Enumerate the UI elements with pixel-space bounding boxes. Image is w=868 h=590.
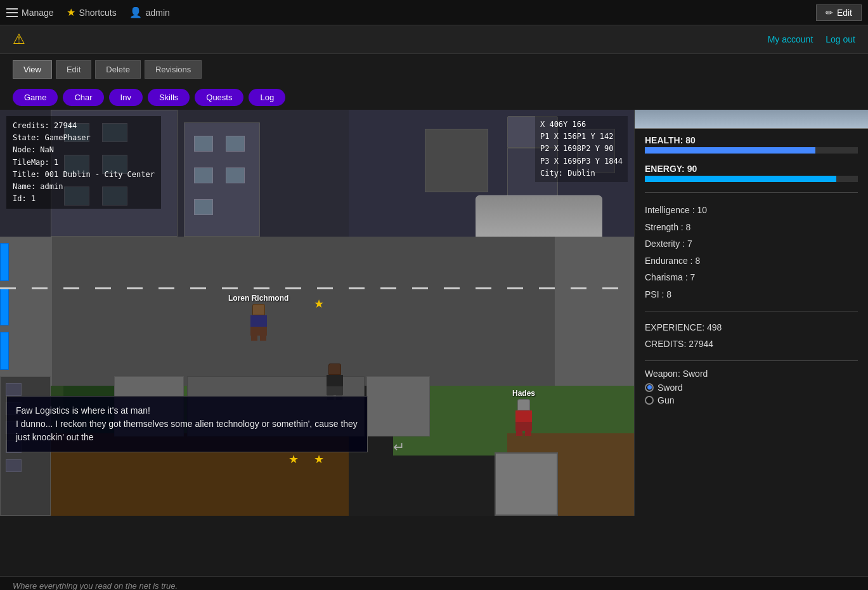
shortcuts-label: Shortcuts <box>79 8 117 18</box>
game-tab-button[interactable]: Game <box>13 89 58 106</box>
manage-label: Manage <box>22 8 54 18</box>
energy-label: ENERGY: 90 <box>645 164 858 174</box>
hud-stats: Credits: 27944 State: GamePhaser Node: N… <box>6 116 161 209</box>
sword-label: Sword <box>657 383 683 393</box>
dexterity-stat: Dexterity : 7 <box>645 235 858 252</box>
pencil-icon: ✏ <box>826 8 833 18</box>
health-bar-1 <box>0 243 9 281</box>
admin-label: admin <box>146 8 170 18</box>
log-out-link[interactable]: Log out <box>826 34 855 44</box>
weapon-sword-option[interactable]: Sword <box>645 383 858 393</box>
health-bar-fill <box>645 147 815 154</box>
hades-label: Hades <box>512 389 535 398</box>
health-section: HEALTH: 80 <box>645 135 858 154</box>
star-icon: ★ <box>67 6 75 18</box>
health-label: HEALTH: 80 <box>645 135 858 145</box>
shortcuts-menu[interactable]: ★ Shortcuts <box>67 6 117 18</box>
character-loren: Loren Richmond <box>228 294 288 341</box>
hud-p2: P2 X 1698P2 Y 90 <box>540 143 623 155</box>
weapon-section: Weapon: Sword Sword Gun <box>645 369 858 405</box>
stone-tile-1 <box>495 452 558 516</box>
edit-action-button[interactable]: Edit <box>56 60 91 79</box>
stone-block-3 <box>366 376 430 436</box>
credits-stat: CREDITS: 27944 <box>645 336 858 353</box>
hud-state: State: GamePhaser <box>13 132 155 144</box>
psi-stat: PSI : 8 <box>645 286 858 303</box>
panel-top-strip <box>635 110 868 129</box>
character-hades: Hades <box>512 389 535 436</box>
admin-menu[interactable]: 👤 admin <box>129 6 170 18</box>
hud-city: City: Dublin <box>540 167 623 180</box>
hamburger-icon <box>6 8 18 17</box>
weapon-gun-option[interactable]: Gun <box>645 395 858 405</box>
sword-radio[interactable] <box>645 383 654 392</box>
hud-id: Id: 1 <box>13 193 155 205</box>
quests-tab-button[interactable]: Quests <box>195 89 243 106</box>
manage-menu[interactable]: Manage <box>6 8 54 18</box>
main-content: Credits: 27944 State: GamePhaser Node: N… <box>0 110 868 576</box>
char-tab-button[interactable]: Char <box>63 89 103 106</box>
actionbar: View Edit Delete Revisions <box>0 54 868 85</box>
game-canvas: Credits: 27944 State: GamePhaser Node: N… <box>0 110 634 516</box>
loren-label: Loren Richmond <box>228 294 288 303</box>
experience-stat: EXPERIENCE: 498 <box>645 319 858 336</box>
health-bar-3 <box>0 332 9 370</box>
dialog-text: Faw Logistics is where it's at man!I dun… <box>16 404 358 444</box>
edit-button[interactable]: ✏ Edit <box>816 4 862 21</box>
strength-stat: Strength : 8 <box>645 219 858 236</box>
road-line <box>0 287 634 289</box>
nav-links: My account Log out <box>768 34 855 44</box>
hud-node: Node: NaN <box>13 144 155 156</box>
gold-star-2: ★ <box>288 452 299 466</box>
view-button[interactable]: View <box>13 60 52 79</box>
exp-credits-section: EXPERIENCE: 498 CREDITS: 27944 <box>645 319 858 353</box>
sidewalk-left <box>0 237 52 389</box>
inv-tab-button[interactable]: Inv <box>109 89 143 106</box>
delete-button[interactable]: Delete <box>95 60 141 79</box>
energy-bar-fill <box>645 176 836 182</box>
hud-p3: P3 X 1696P3 Y 1844 <box>540 155 623 167</box>
health-bar-2 <box>0 287 9 325</box>
log-tab-button[interactable]: Log <box>249 89 285 106</box>
hud-p1: P1 X 156P1 Y 142 <box>540 131 623 143</box>
footer-text: Where everything you read on the net is … <box>13 581 178 590</box>
topbar: Manage ★ Shortcuts 👤 admin ✏ Edit <box>0 0 868 25</box>
divider-3 <box>645 360 858 361</box>
weapon-label: Weapon: Sword <box>645 369 858 379</box>
sidewalk-right <box>555 237 634 386</box>
skills-tab-button[interactable]: Skills <box>148 89 190 106</box>
intelligence-stat: Intelligence : 10 <box>645 202 858 219</box>
enter-icon: ↵ <box>393 439 405 456</box>
endurance-stat: Endurance : 8 <box>645 252 858 270</box>
attributes-list: Intelligence : 10 Strength : 8 Dexterity… <box>645 202 858 303</box>
gamebar: Game Char Inv Skills Quests Log <box>0 85 868 110</box>
gold-star-1: ★ <box>314 297 324 311</box>
gun-radio[interactable] <box>645 396 654 405</box>
footer: Where everything you read on the net is … <box>0 576 868 590</box>
building-2 <box>184 122 260 237</box>
divider-1 <box>645 192 858 193</box>
road-center <box>52 237 555 386</box>
energy-bar-track <box>645 176 858 182</box>
gun-label: Gun <box>657 395 674 405</box>
charisma-stat: Charisma : 7 <box>645 269 858 286</box>
health-bar-track <box>645 147 858 154</box>
hud-name: Name: admin <box>13 181 155 193</box>
right-panel: HEALTH: 80 ENERGY: 90 Intelligence : 10 … <box>634 110 868 516</box>
hud-title: Title: 001 Dublin - City Center <box>13 169 155 181</box>
divider-2 <box>645 311 858 311</box>
dialog-box: Faw Logistics is where it's at man!I dun… <box>6 396 368 452</box>
my-account-link[interactable]: My account <box>768 34 813 44</box>
character-player <box>327 364 343 400</box>
secondnav: ⚠ My account Log out <box>0 25 868 54</box>
game-viewport[interactable]: Credits: 27944 State: GamePhaser Node: N… <box>0 110 634 516</box>
hud-coords: X 406Y 166 P1 X 156P1 Y 142 P2 X 1698P2 … <box>535 116 628 182</box>
user-icon: 👤 <box>129 6 142 18</box>
hud-credits: Credits: 27944 <box>13 120 155 132</box>
hud-tilemap: TileMap: 1 <box>13 157 155 169</box>
gold-star-3: ★ <box>314 452 324 466</box>
hud-x: X 406Y 166 <box>540 119 623 131</box>
energy-section: ENERGY: 90 <box>645 164 858 182</box>
logo: ⚠ <box>13 31 25 48</box>
revisions-button[interactable]: Revisions <box>145 60 202 79</box>
